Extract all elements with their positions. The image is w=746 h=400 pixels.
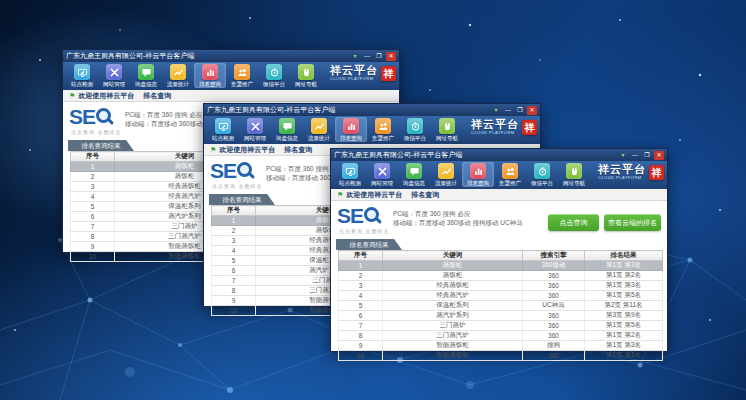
maximize-icon[interactable]: ❐ [642,151,652,160]
minimize-icon[interactable]: — [503,106,513,115]
column-header: 序号 [71,152,115,162]
magnifier-icon [237,162,252,177]
toolbar-item-monitor[interactable]: 站点检测 [207,117,239,142]
close-icon[interactable]: ✕ [654,151,664,160]
close-icon[interactable]: ✕ [386,52,396,61]
toolbar-item-bar-chart[interactable]: 排名查询 [194,63,226,88]
toolbar-item-mouse[interactable]: 网址导航 [431,117,463,142]
toolbar-item-label: 站点检测 [212,134,234,141]
toolbar-item-mouse[interactable]: 网址导航 [290,63,322,88]
table-row[interactable]: 1蒸饭柜360移动第1页 第3名 [339,261,663,271]
toolbar-item-tools[interactable]: 网站管理 [98,63,130,88]
table-cell: 4 [71,192,115,202]
table-cell: 2 [339,271,383,281]
line-chart-icon [438,163,454,179]
toolbar-item-chat[interactable]: 询盘信息 [271,117,303,142]
toolbar-item-target[interactable]: 微信平台 [399,117,431,142]
toolbar-item-label: 竞盟推广 [372,134,394,141]
toolbar-item-line-chart[interactable]: 流量统计 [303,117,335,142]
main-toolbar: 站点检测网站管理询盘信息流量统计排名查询竞盟推广微信平台网址导航 祥云平台 CL… [63,62,399,90]
tools-icon [106,64,122,80]
main-toolbar: 站点检测网站管理询盘信息流量统计排名查询竞盟推广微信平台网址导航 祥云平台 CL… [204,116,540,144]
toolbar-item-label: 网站管理 [371,179,393,186]
table-row[interactable]: 5保温柜系列UC神马第2页 第11名 [339,301,663,311]
table-cell: 第1页 第3名 [585,281,663,291]
monitor-icon [215,118,231,134]
toolbar-item-target[interactable]: 微信平台 [526,162,558,187]
seo-logo-text: SE [210,160,236,182]
table-cell: 10 [339,351,383,361]
minimize-icon[interactable]: — [362,52,372,61]
toolbar-item-chat[interactable]: 询盘信息 [130,63,162,88]
table-row[interactable]: 2蒸饭柜360第1页 第2名 [339,271,663,281]
column-header: 序号 [212,206,256,216]
toolbar-item-people[interactable]: 竞盟推广 [494,162,526,187]
table-cell: 360 [523,281,585,291]
toolbar-item-monitor[interactable]: 站点检测 [334,162,366,187]
window-titlebar[interactable]: 广东九鼎王厨具有限公司-祥云平台客户端 ▾ — ❐ ✕ [204,104,540,116]
toolbar-item-label: 网址导航 [563,179,585,186]
line-chart-icon [170,64,186,80]
table-cell: 3 [71,182,115,192]
minimize-icon[interactable]: — [630,151,640,160]
table-row[interactable]: 9智能蒸饭柜搜狗第1页 第3名 [339,341,663,351]
mouse-icon [566,163,582,179]
toolbar-item-people[interactable]: 竞盟推广 [226,63,258,88]
table-row[interactable]: 3经典蒸饭柜360第1页 第3名 [339,281,663,291]
maximize-icon[interactable]: ❐ [515,106,525,115]
table-row[interactable]: 8三门蒸汽炉360第1页 第2名 [339,331,663,341]
maximize-icon[interactable]: ❐ [374,52,384,61]
table-cell: 三门蒸汽炉 [383,331,523,341]
query-button[interactable]: 点击查询 [548,214,599,231]
tab-results[interactable]: 排名查询结果 [336,239,402,250]
table-cell: 360 [523,291,585,301]
toolbar-item-label: 微信平台 [404,134,426,141]
toolbar-item-label: 网址导航 [436,134,458,141]
bar-chart-icon [343,118,359,134]
tab-results[interactable]: 排名查询结果 [68,140,134,151]
brand-logo: 祥云平台 CLOUD PLATFORM 祥 [598,164,664,180]
table-row[interactable]: 4经典蒸汽炉360第1页 第5名 [339,291,663,301]
toolbar-item-chat[interactable]: 询盘信息 [398,162,430,187]
window-titlebar[interactable]: 广东九鼎王厨具有限公司-祥云平台客户端 ▾ — ❐ ✕ [63,50,399,62]
toolbar-item-mouse[interactable]: 网址导航 [558,162,590,187]
table-cell: 8 [339,331,383,341]
chat-icon [406,163,422,179]
flag-icon: ⚑ [337,189,343,201]
tab-results[interactable]: 排名查询结果 [209,194,275,205]
toolbar-item-line-chart[interactable]: 流量统计 [430,162,462,187]
toolbar-item-bar-chart[interactable]: 排名查询 [335,117,367,142]
toolbar-item-target[interactable]: 微信平台 [258,63,290,88]
table-row[interactable]: 10智能蒸饭柜360第1页 第5名 [339,351,663,361]
toolbar-item-monitor[interactable]: 站点检测 [66,63,98,88]
table-cell: 7 [339,321,383,331]
brand-seal-icon: 祥 [381,66,396,81]
table-cell: 3 [212,236,256,246]
monitor-icon [342,163,358,179]
close-icon[interactable]: ✕ [527,106,537,115]
table-cell: 蒸汽炉系列 [383,311,523,321]
column-header: 关键词 [383,251,523,261]
toolbar-item-tools[interactable]: 网站管理 [239,117,271,142]
table-header-row: 序号关键词搜索引擎排名结果 [339,251,663,261]
table-cell: 第1页 第2名 [585,331,663,341]
table-row[interactable]: 7三门蒸炉360第1页 第5名 [339,321,663,331]
table-row[interactable]: 6蒸汽炉系列360第3页 第9名 [339,311,663,321]
table-cell: 蒸饭柜 [383,261,523,271]
table-cell: 9 [212,296,256,306]
toolbar-item-bar-chart[interactable]: 排名查询 [462,162,494,187]
table-cell: 第1页 第2名 [585,271,663,281]
breadcrumb: ⚑ 欢迎使用祥云平台 排名查询 [331,189,667,201]
window-titlebar[interactable]: 广东九鼎王厨具有限公司-祥云平台客户端 ▾ — ❐ ✕ [331,149,667,161]
toolbar-items: 站点检测网站管理询盘信息流量统计排名查询竞盟推广微信平台网址导航 [334,162,590,187]
toolbar-item-tools[interactable]: 网站管理 [366,162,398,187]
toolbar-item-label: 站点检测 [71,80,93,87]
cloud-rank-button[interactable]: 查看云端的排名 [604,214,661,231]
toolbar-item-label: 流量统计 [308,134,330,141]
toolbar-item-line-chart[interactable]: 流量统计 [162,63,194,88]
skin-menu-icon[interactable]: ▾ [491,106,501,115]
toolbar-item-people[interactable]: 竞盟推广 [367,117,399,142]
table-cell: 6 [212,266,256,276]
skin-menu-icon[interactable]: ▾ [350,52,360,61]
skin-menu-icon[interactable]: ▾ [618,151,628,160]
